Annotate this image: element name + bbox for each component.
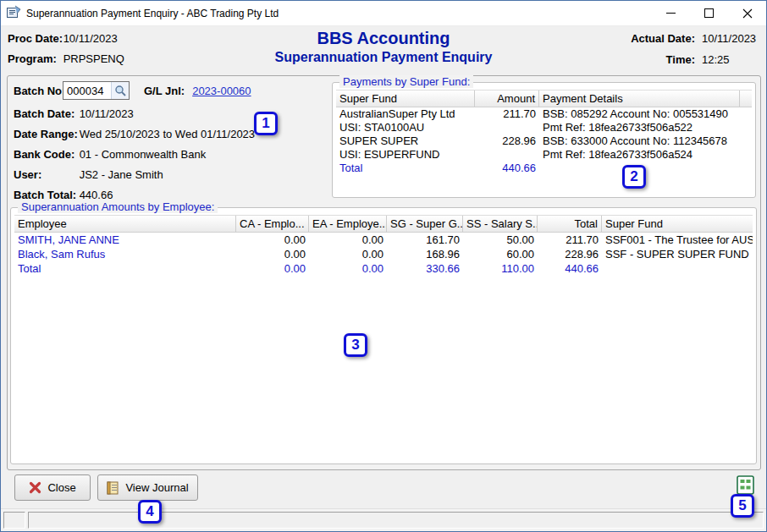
close-button-label: Close [47,481,75,494]
maximize-icon [704,8,714,18]
user-row: User: JS2 - Jane Smith [14,168,163,181]
employees-groupbox: Superannuation Amounts by Employee: Empl… [10,207,757,464]
payments-groupbox: Payments by Super Fund: Super Fund Amoun… [332,82,756,198]
actual-date-value: 10/11/2023 [702,32,758,45]
payment-amount: 211.70 [475,107,539,121]
batch-total-value: 440.66 [80,189,113,201]
payment-fund: USI: STA0100AU [336,121,475,134]
close-button[interactable]: Close [14,474,91,501]
app-icon [7,5,21,22]
payments-row[interactable]: AustralianSuper Pty Ltd 211.70 BSB: 0852… [336,107,752,121]
employee-sg: 168.96 [387,247,463,261]
payments-row[interactable]: USI: ESUPERFUND Pmt Ref: 18fea26733f506a… [336,148,752,162]
annotation-badge-4: 4 [138,500,162,524]
employee-row[interactable]: SMITH, JANE ANNE 0.00 0.00 161.70 50.00 … [14,233,753,247]
header-right: Actual Date: 10/11/2023 Time: 12:25 [631,32,758,66]
payment-details: Pmt Ref: 18fea26733f506a522 [539,121,740,134]
payment-row-spacer [740,148,752,162]
emp-col-total[interactable]: Total [538,216,602,232]
batch-no-input[interactable] [63,83,111,98]
employee-total: 228.96 [538,247,602,261]
header-center: BBS Accounting Superannuation Payment En… [153,29,614,65]
emp-col-ea[interactable]: EA - Employe... [309,216,387,232]
batch-date-row: Batch Date: 10/11/2023 [14,107,134,120]
gl-jnl-label: G/L Jnl: [144,85,185,97]
user-value: JS2 - Jane Smith [80,168,163,181]
payment-row-spacer [740,121,752,134]
employee-ca: 0.00 [236,247,309,261]
screen-title: Superannuation Payment Enquiry [153,50,614,65]
payments-col-super-fund[interactable]: Super Fund [336,90,475,107]
batch-date-value: 10/11/2023 [80,107,134,120]
payments-row[interactable]: SUPER SUPER 228.96 BSB: 633000 Account N… [336,134,752,148]
batch-no-label: Batch No: [14,85,63,97]
payments-col-amount[interactable]: Amount [475,90,539,107]
employee-name: SMITH, JANE ANNE [14,233,236,247]
emp-col-ss[interactable]: SS - Salary S... [463,216,538,232]
date-range-row: Date Range: Wed 25/10/2023 to Wed 01/11/… [14,128,255,140]
payment-details: BSB: 633000 Account No: 112345678 [539,134,740,148]
batch-total-row: Batch Total: 440.66 [14,189,113,201]
maximize-button[interactable] [690,1,728,25]
bank-code-row: Bank Code: 01 - Commonwealth Bank [14,148,206,161]
payment-amount [475,121,539,134]
payments-total-row: Total 440.66 [336,162,752,175]
annotation-badge-3: 3 [344,333,367,357]
user-label: User: [14,168,76,181]
close-window-button[interactable] [728,1,766,25]
employees-total-sg: 330.66 [387,261,463,276]
view-journal-button[interactable]: View Journal [97,474,198,501]
payments-groupbox-title: Payments by Super Fund: [339,75,473,88]
header-left: Proc Date: 10/11/2023 Program: PRPSPENQ [8,32,124,73]
employees-total-row: Total 0.00 0.00 330.66 110.00 440.66 [14,261,753,276]
employee-ca: 0.00 [236,233,309,247]
payments-table-header: Super Fund Amount Payment Details [336,90,752,107]
employee-name: Black, Sam Rufus [14,247,236,261]
date-range-label: Date Range: [14,128,76,140]
payment-row-spacer [740,107,752,121]
program-label: Program: [8,52,60,65]
employees-total-fund [602,261,753,276]
batch-date-label: Batch Date: [14,107,76,120]
batch-lookup-button[interactable] [111,82,129,99]
payments-row[interactable]: USI: STA0100AU Pmt Ref: 18fea26733f506a5… [336,121,752,134]
payment-row-spacer [740,162,752,175]
employees-groupbox-title: Superannuation Amounts by Employee: [18,200,218,213]
annotation-badge-5: 5 [731,494,754,518]
emp-col-super-fund[interactable]: Super Fund [602,216,753,232]
batch-total-label: Batch Total: [14,189,76,201]
app-window: Superannuation Payment Enquiry - ABC Tra… [0,0,767,532]
status-cell-left [3,512,25,529]
view-journal-button-label: View Journal [125,481,188,494]
main-panel: Batch No: G/L Jnl: 2023-00060 Batch Date… [7,75,761,470]
bank-code-value: 01 - Commonwealth Bank [80,148,207,161]
payment-fund: SUPER SUPER [336,134,475,148]
annotation-badge-2: 2 [622,165,646,189]
payments-table: Super Fund Amount Payment Details Austra… [336,90,752,175]
payment-details: Pmt Ref: 18fea26733f506a524 [539,148,740,162]
emp-col-ca[interactable]: CA - Emplo... [236,216,309,232]
payment-details: BSB: 085292 Account No: 005531490 [539,107,740,121]
gl-journal-link[interactable]: 2023-00060 [192,85,251,97]
payment-fund: AustralianSuper Pty Ltd [336,107,475,121]
employees-total-ea: 0.00 [309,261,387,276]
payments-col-payment-details[interactable]: Payment Details [539,90,740,107]
employee-row[interactable]: Black, Sam Rufus 0.00 0.00 168.96 60.00 … [14,247,753,261]
proc-date-value: 10/11/2023 [63,32,118,45]
employee-fund: SSF001 - The Trustee for AUS... [602,233,753,247]
payment-row-spacer [740,134,752,148]
payments-total-label: Total [336,162,475,175]
employee-ss: 60.00 [463,247,538,261]
export-excel-button[interactable] [734,473,756,496]
employee-fund: SSF - SUPER SUPER FUND [602,247,753,261]
emp-col-employee[interactable]: Employee [14,216,236,232]
status-bar [1,508,766,531]
minimize-button[interactable] [652,1,690,25]
journal-icon [107,481,119,495]
emp-col-sg[interactable]: SG - Super G... [387,216,463,232]
payment-amount: 228.96 [475,134,539,148]
close-x-icon [29,481,41,494]
actual-date-label: Actual Date: [631,32,695,45]
employee-ss: 50.00 [463,233,538,247]
employees-total-ss: 110.00 [463,261,538,276]
